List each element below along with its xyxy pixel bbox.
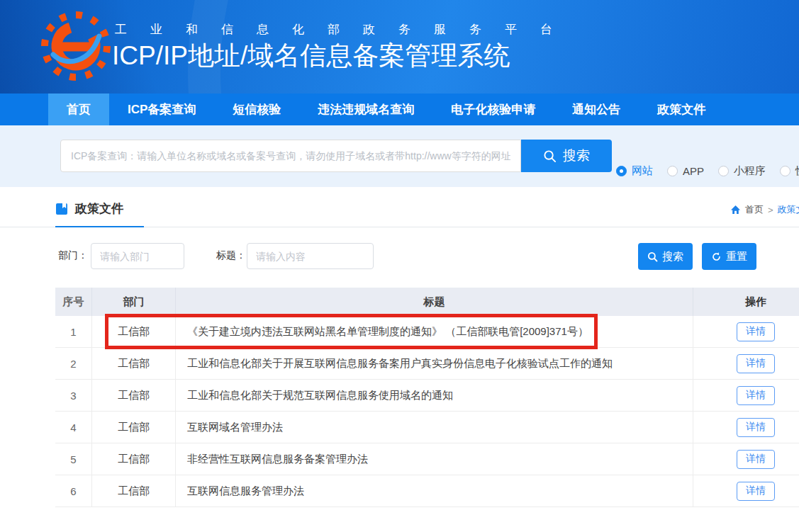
table-row: 2 工信部 工业和信息化部关于开展互联网信息服务备案用户真实身份信息电子化核验试… [55, 348, 799, 380]
department-filter-input[interactable] [91, 243, 184, 269]
icp-search-button-label: 搜索 [563, 147, 590, 165]
nav-item-sms-verification[interactable]: 短信核验 [214, 94, 299, 125]
nav-item-notices[interactable]: 通知公告 [554, 94, 639, 125]
row-index: 1 [55, 316, 92, 347]
nav-item-home[interactable]: 首页 [48, 94, 109, 125]
icp-search-button[interactable]: 搜索 [521, 140, 612, 172]
title-filter-input[interactable] [247, 243, 374, 269]
section-title: 政策文件 [75, 200, 123, 217]
policy-table: 序号 部门 标题 操作 1 工信部 《关于建立境内违法互联网站黑名单管理制度的通… [55, 288, 799, 507]
filter-reset-label: 重置 [726, 250, 747, 264]
row-title: 非经营性互联网信息服务备案管理办法 [176, 443, 693, 475]
filter-row: 部门： 标题： 搜索 重置 [0, 227, 799, 288]
detail-button[interactable]: 详情 [737, 322, 775, 341]
table-row: 5 工信部 非经营性互联网信息服务备案管理办法 详情 [55, 443, 799, 475]
table-row: 4 工信部 互联网域名管理办法 详情 [55, 412, 799, 443]
table-row: 3 工信部 工业和信息化部关于规范互联网信息服务使用域名的通知 详情 [55, 380, 799, 412]
site-header: 工业和信息化部政务服务平台 ICP/IP地址/域名信息备案管理系统 [0, 0, 799, 94]
row-title: 互联网域名管理办法 [176, 412, 693, 443]
row-department: 工信部 [92, 412, 176, 443]
breadcrumb-home[interactable]: 首页 [745, 203, 764, 216]
nav-item-label: ICP备案查询 [128, 103, 196, 116]
search-icon [647, 251, 658, 262]
nav-item-label: 短信核验 [233, 103, 281, 116]
row-title: 互联网信息服务管理办法 [176, 475, 693, 506]
search-icon [543, 149, 557, 163]
row-index: 6 [55, 475, 92, 506]
row-department: 工信部 [92, 380, 176, 411]
table-header: 序号 部门 标题 操作 [55, 288, 799, 316]
row-index: 2 [55, 348, 92, 379]
section-tab-row: 政策文件 首页 > 政策文件 [0, 187, 799, 227]
radio-icon [780, 166, 790, 176]
col-header-action: 操作 [693, 288, 799, 316]
row-department: 工信部 [92, 443, 176, 475]
radio-icon [667, 166, 678, 176]
nav-item-icp-record-query[interactable]: ICP备案查询 [109, 94, 214, 125]
row-index: 3 [55, 380, 92, 411]
system-title: ICP/IP地址/域名信息备案管理系统 [112, 38, 510, 74]
search-type-radios: 网站 APP 小程序 快应用 [616, 164, 799, 178]
icp-search-section: 搜索 网站 APP 小程序 快应用 [0, 125, 799, 187]
radio-label: 小程序 [734, 164, 766, 178]
radio-label: APP [683, 165, 704, 177]
breadcrumb-current: 政策文件 [778, 203, 799, 216]
detail-button[interactable]: 详情 [737, 482, 775, 501]
col-header-title: 标题 [176, 288, 693, 316]
search-type-radio-miniprogram[interactable]: 小程序 [718, 164, 766, 178]
row-department: 工信部 [92, 475, 176, 506]
row-title: 工业和信息化部关于规范互联网信息服务使用域名的通知 [176, 380, 693, 411]
home-icon [730, 205, 741, 215]
search-type-radio-quickapp[interactable]: 快应用 [780, 164, 799, 178]
nav-item-illegal-domain-query[interactable]: 违法违规域名查询 [299, 94, 432, 125]
breadcrumb: 首页 > 政策文件 [730, 203, 799, 216]
tab-policy-files[interactable]: 政策文件 [55, 200, 123, 217]
nav-item-label: 违法违规域名查询 [318, 103, 414, 116]
radio-icon [616, 166, 627, 176]
nav-item-policy-files[interactable]: 政策文件 [639, 94, 724, 125]
breadcrumb-separator: > [768, 205, 773, 215]
filter-reset-button[interactable]: 重置 [702, 243, 756, 270]
row-department: 工信部 [92, 316, 176, 347]
radio-label: 快应用 [795, 164, 799, 178]
col-header-index: 序号 [55, 288, 92, 316]
reset-icon [711, 251, 722, 262]
radio-icon [718, 166, 729, 176]
row-title: 工业和信息化部关于开展互联网信息服务备案用户真实身份信息电子化核验试点工作的通知 [176, 348, 693, 379]
row-index: 4 [55, 412, 92, 443]
row-index: 5 [55, 443, 92, 475]
table-row: 1 工信部 《关于建立境内违法互联网站黑名单管理制度的通知》 （工信部联电管[2… [55, 316, 799, 348]
department-filter-label: 部门： [58, 249, 88, 262]
col-header-department: 部门 [92, 288, 176, 316]
detail-button[interactable]: 详情 [737, 450, 775, 469]
nav-item-label: 首页 [67, 103, 91, 116]
title-filter-label: 标题： [216, 249, 246, 262]
detail-button[interactable]: 详情 [737, 418, 775, 437]
nav-item-e-verification-apply[interactable]: 电子化核验申请 [432, 94, 554, 125]
main-nav: 首页ICP备案查询短信核验违法违规域名查询电子化核验申请通知公告政策文件 [0, 94, 799, 125]
search-type-radio-app[interactable]: APP [667, 165, 704, 177]
detail-button[interactable]: 详情 [737, 354, 775, 373]
radio-label: 网站 [632, 164, 653, 178]
app-logo[interactable] [40, 11, 111, 81]
row-department: 工信部 [92, 348, 176, 379]
icp-search-input[interactable] [60, 140, 521, 172]
nav-item-label: 通知公告 [572, 103, 620, 116]
row-title: 《关于建立境内违法互联网站黑名单管理制度的通知》 （工信部联电管[2009]37… [176, 316, 693, 347]
nav-item-label: 政策文件 [657, 103, 705, 116]
nav-item-label: 电子化核验申请 [451, 103, 535, 116]
detail-button[interactable]: 详情 [737, 386, 775, 405]
platform-name: 工业和信息化部政务服务平台 [115, 21, 576, 38]
filter-search-button[interactable]: 搜索 [638, 243, 693, 270]
search-type-radio-website[interactable]: 网站 [616, 164, 653, 178]
filter-search-label: 搜索 [662, 250, 683, 264]
book-icon [55, 203, 68, 215]
table-row: 6 工信部 互联网信息服务管理办法 详情 [55, 475, 799, 507]
